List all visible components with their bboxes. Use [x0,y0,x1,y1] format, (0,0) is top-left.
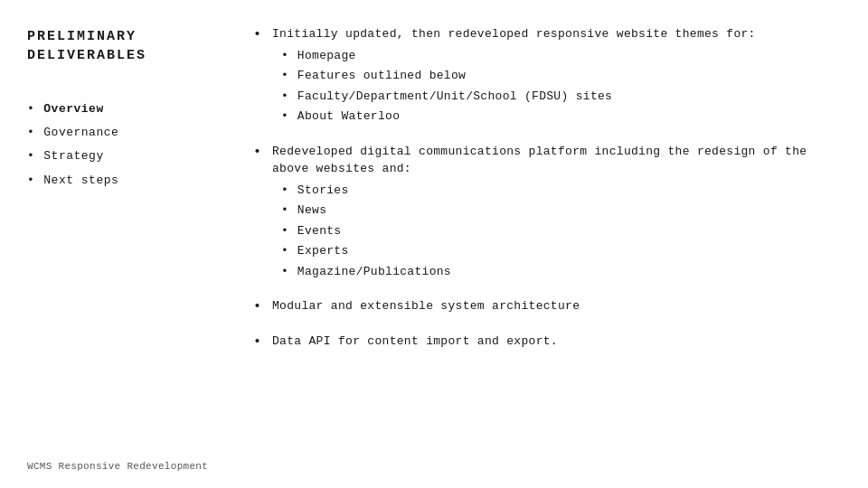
bullet-icon: • [27,125,34,141]
nav-list: •Overview•Governance•Strategy•Next steps [27,101,217,196]
sub-bullet-icon: • [281,67,288,85]
sub-item-text: Magazine/Publications [297,263,451,281]
bullet-icon: • [27,101,34,117]
main-item-content: Data API for content import and export. [272,333,841,351]
footer: WCMS Responsive Redevelopment [27,461,208,472]
sub-item-text: News [297,202,326,220]
main-bullet-icon: • [253,333,261,353]
main-bullet-icon: • [253,25,261,46]
sub-item-text: Events [297,222,342,240]
sub-item-text: Homepage [297,47,356,65]
main-item-content: Initially updated, then redeveloped resp… [272,25,841,128]
nav-item-label: Overview [43,101,103,117]
main-list-item: •Data API for content import and export. [253,333,841,353]
sub-list: •Homepage•Features outlined below•Facult… [272,47,841,126]
sub-bullet-icon: • [281,222,288,240]
sub-list-item: •Magazine/Publications [272,263,841,281]
sub-bullet-icon: • [281,182,288,200]
nav-item[interactable]: •Strategy [27,148,217,164]
title-block: PRELIMINARY DELIVERABLES [27,27,217,65]
sub-bullet-icon: • [281,47,288,65]
bullet-icon: • [27,148,34,164]
nav-item[interactable]: •Governance [27,125,217,141]
sub-bullet-icon: • [281,263,288,281]
main-item-text: Modular and extensible system architectu… [272,297,841,315]
footer-label: WCMS Responsive Redevelopment [27,461,208,472]
main-list-item: •Redeveloped digital communications plat… [253,143,841,284]
main-list-item: •Initially updated, then redeveloped res… [253,25,841,128]
nav-item-label: Strategy [43,148,103,164]
main-bullet-icon: • [253,297,261,318]
sub-item-text: Features outlined below [297,67,466,85]
sub-list: •Stories•News•Events•Experts•Magazine/Pu… [272,182,841,281]
sub-bullet-icon: • [281,108,288,126]
sub-item-text: Faculty/Department/Unit/School (FDSU) si… [297,88,612,106]
main-list-item: •Modular and extensible system architect… [253,297,841,318]
main-list: •Initially updated, then redeveloped res… [253,25,841,367]
sub-bullet-icon: • [281,242,288,260]
main-bullet-icon: • [253,143,261,164]
main-item-content: Modular and extensible system architectu… [272,297,841,315]
main-item-text: Redeveloped digital communications platf… [272,143,841,178]
sub-list-item: •Homepage [272,47,841,65]
sub-list-item: •About Waterloo [272,108,841,126]
nav-item-label: Next steps [43,173,118,189]
bullet-icon: • [27,173,34,189]
sub-list-item: •Events [272,222,841,240]
sub-bullet-icon: • [281,88,288,106]
sub-list-item: •Features outlined below [272,67,841,85]
sub-list-item: •News [272,202,841,220]
sub-list-item: •Experts [272,242,841,260]
sub-item-text: About Waterloo [297,108,400,126]
nav-item-label: Governance [43,125,118,141]
slide-container: PRELIMINARY DELIVERABLES •Overview•Gover… [0,0,868,488]
main-item-text: Initially updated, then redeveloped resp… [272,25,841,43]
nav-item[interactable]: •Overview [27,101,217,117]
sub-item-text: Stories [297,182,349,200]
sub-list-item: •Stories [272,182,841,200]
left-panel: PRELIMINARY DELIVERABLES •Overview•Gover… [0,0,235,488]
sub-bullet-icon: • [281,202,288,220]
main-item-content: Redeveloped digital communications platf… [272,143,841,284]
slide-title: PRELIMINARY DELIVERABLES [27,27,217,65]
main-item-text: Data API for content import and export. [272,333,841,351]
sub-list-item: •Faculty/Department/Unit/School (FDSU) s… [272,88,841,106]
sub-item-text: Experts [297,242,349,260]
right-panel: •Initially updated, then redeveloped res… [235,0,868,488]
nav-item[interactable]: •Next steps [27,173,217,189]
